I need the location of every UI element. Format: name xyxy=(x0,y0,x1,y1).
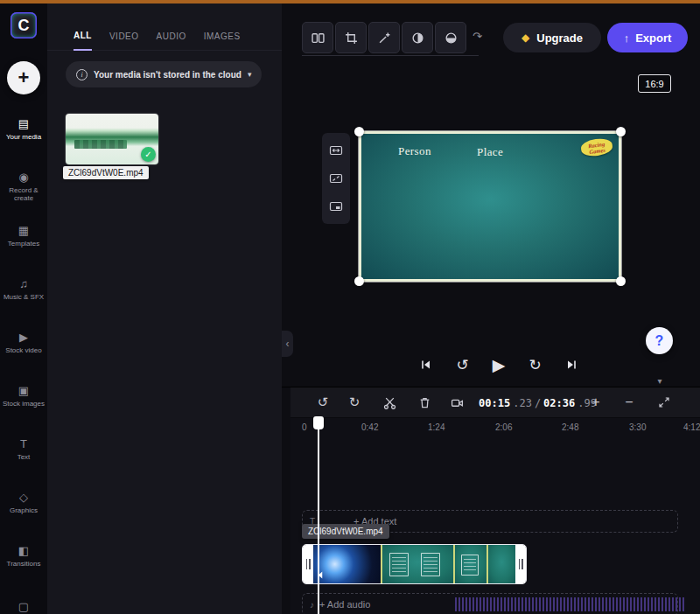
sidebar-item-label: Stock video xyxy=(1,346,46,354)
trim-handle-left[interactable] xyxy=(303,545,313,583)
filters-button[interactable] xyxy=(402,22,433,53)
selection-handle-top-right[interactable] xyxy=(616,127,626,136)
export-label: Export xyxy=(635,31,671,45)
export-button[interactable]: ↑ Export xyxy=(607,23,688,52)
fit-timeline-button[interactable] xyxy=(653,391,676,414)
fit-icon xyxy=(329,143,343,157)
selection-handle-bottom-right[interactable] xyxy=(616,276,626,286)
contrast-icon xyxy=(411,31,424,45)
sidebar-item-label: Stock images xyxy=(1,400,46,408)
layout-icon xyxy=(312,31,325,45)
media-item-filename: ZCl69dVtW0E.mp4 xyxy=(63,166,149,179)
sidebar-item-label: Music & SFX xyxy=(1,293,46,301)
video-clip-segment[interactable] xyxy=(488,545,515,583)
play-button[interactable]: ▶ xyxy=(486,352,512,378)
selection-handle-bottom-left[interactable] xyxy=(354,276,364,286)
ruler-tick: 2:06 xyxy=(495,422,512,432)
transitions-icon: ◧ xyxy=(18,544,29,557)
picture-in-picture-button[interactable] xyxy=(325,195,347,218)
selection-handle-top-left[interactable] xyxy=(354,127,364,136)
sidebar-item-label: Text xyxy=(1,453,46,461)
collapse-panel-button[interactable]: ‹ xyxy=(282,331,293,357)
playback-controls: ↺ ▶ ↻ xyxy=(413,350,584,380)
clipchamp-logo[interactable]: C xyxy=(10,12,37,38)
playhead-line[interactable] xyxy=(318,428,319,614)
music-note-icon: ♪ xyxy=(310,600,314,610)
templates-grid-icon: ▦ xyxy=(18,224,29,237)
time-separator: / xyxy=(535,397,541,409)
info-icon: i xyxy=(76,69,88,80)
sidebar-item-label: Graphics xyxy=(1,506,46,514)
media-item-thumbnail[interactable]: ✓ xyxy=(66,114,158,164)
video-clip-segment[interactable] xyxy=(382,545,453,583)
color-adjust-button[interactable] xyxy=(435,22,466,53)
media-tabs: ALL VIDEO AUDIO IMAGES xyxy=(47,23,282,51)
toolbar-divider xyxy=(302,55,479,56)
delete-button[interactable] xyxy=(413,391,436,414)
skip-to-start-button[interactable] xyxy=(413,352,439,378)
layout-view-button[interactable] xyxy=(302,22,333,53)
sidebar-item-stock-images[interactable]: ▣ Stock images xyxy=(0,384,47,433)
ruler-tick: 2:48 xyxy=(562,422,578,432)
cloud-storage-notice[interactable]: i Your media isn't stored in the cloud ▾ xyxy=(66,61,262,87)
sidebar-item-your-media[interactable]: ▤ Your media xyxy=(0,117,47,166)
fast-forward-button[interactable]: ↻ xyxy=(522,352,549,378)
timeline-ruler[interactable]: 0 0:42 1:24 2:06 2:48 3:30 4:12 xyxy=(290,418,700,437)
aspect-ratio-badge: 16:9 xyxy=(638,74,671,93)
playhead-handle[interactable] xyxy=(313,416,324,429)
music-note-icon: ♫ xyxy=(19,277,28,290)
timeline: ↺ ↻ 00:15.23 / 02:36.99 + − xyxy=(290,387,700,614)
sidebar-item-label: Transitions xyxy=(1,560,46,568)
sidebar-item-stock-video[interactable]: ▶ Stock video xyxy=(0,331,47,380)
crop-button[interactable] xyxy=(335,22,367,53)
help-button[interactable]: ? xyxy=(646,327,673,354)
ruler-tick: 0 xyxy=(302,422,307,432)
undo-button[interactable]: ↺ xyxy=(312,391,334,414)
tab-images[interactable]: IMAGES xyxy=(204,23,241,51)
zoom-in-button[interactable]: + xyxy=(584,391,607,414)
redo-button[interactable]: ↻ xyxy=(343,391,366,414)
create-new-button[interactable]: + xyxy=(7,61,40,94)
trim-handle-right[interactable] xyxy=(515,545,526,583)
gem-icon: ◆ xyxy=(522,31,529,44)
sidebar-item-graphics[interactable]: ◇ Graphics xyxy=(0,491,47,540)
preview-stage: ‹ ↷ ◆ Upgra xyxy=(282,3,700,387)
zoom-out-button[interactable]: − xyxy=(618,391,640,414)
video-clip-segment[interactable] xyxy=(455,545,486,583)
racing-games-logo: Racing Games xyxy=(580,137,613,158)
tab-all[interactable]: ALL xyxy=(74,23,92,51)
camera-icon: ◉ xyxy=(18,171,28,184)
sidebar-item-templates[interactable]: ▦ Templates xyxy=(0,224,47,273)
fill-button[interactable] xyxy=(325,167,347,190)
timeline-collapse-button[interactable]: ▾ xyxy=(648,374,672,387)
fit-button[interactable] xyxy=(325,139,347,162)
upgrade-label: Upgrade xyxy=(536,31,583,45)
skip-to-end-button[interactable] xyxy=(558,352,584,378)
ruler-tick: 0:42 xyxy=(361,422,378,432)
crop-icon xyxy=(345,31,358,45)
tab-video[interactable]: VIDEO xyxy=(109,23,139,51)
current-frames: .23 xyxy=(513,397,532,409)
upgrade-button[interactable]: ◆ Upgrade xyxy=(503,23,601,52)
rewind-button[interactable]: ↺ xyxy=(450,352,476,378)
sidebar-item-partial[interactable]: ▢ xyxy=(0,600,47,614)
ruler-tick: 1:24 xyxy=(428,422,444,432)
export-arrow-icon: ↑ xyxy=(624,31,630,45)
split-button[interactable] xyxy=(378,391,401,414)
magic-wand-icon xyxy=(378,31,391,45)
fill-icon xyxy=(329,171,343,185)
audio-waveform[interactable] xyxy=(455,595,684,614)
sidebar-item-music-sfx[interactable]: ♫ Music & SFX xyxy=(0,277,47,326)
sidebar-item-text[interactable]: T Text xyxy=(0,437,47,486)
text-icon: T xyxy=(20,437,27,450)
logo-line: Games xyxy=(589,146,606,154)
in-use-check-icon: ✓ xyxy=(141,147,156,162)
sidebar-item-record-create[interactable]: ◉ Record & create xyxy=(0,171,47,220)
total-time: 02:36 xyxy=(543,397,575,409)
sidebar-item-transitions[interactable]: ◧ Transitions xyxy=(0,544,47,593)
video-preview-canvas[interactable]: Person Place Racing Games xyxy=(359,131,621,282)
stock-images-icon: ▣ xyxy=(18,384,29,397)
auto-enhance-button[interactable] xyxy=(368,22,400,53)
tab-audio[interactable]: AUDIO xyxy=(157,23,186,51)
video-clip-segment[interactable] xyxy=(313,545,381,583)
